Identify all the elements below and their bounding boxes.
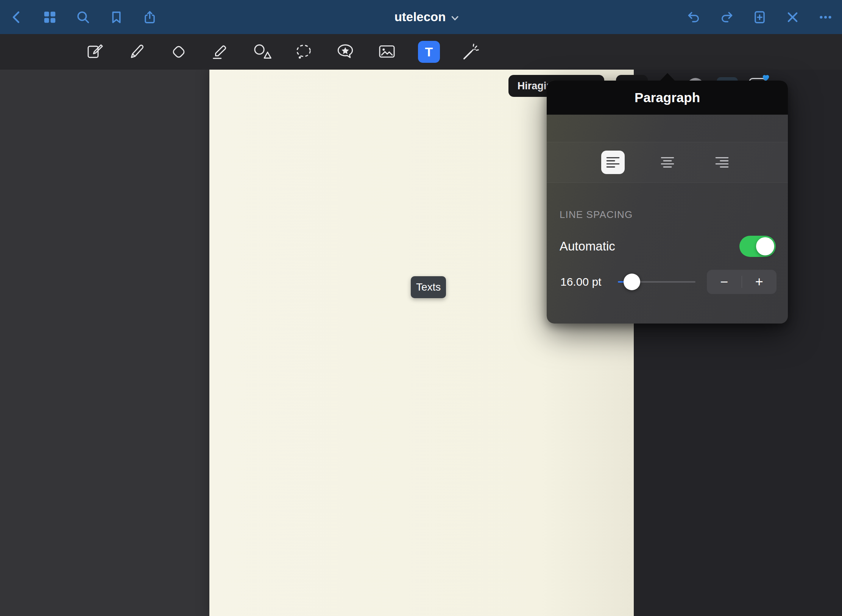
- selected-text-object[interactable]: Texts: [411, 276, 446, 298]
- close-button[interactable]: [785, 9, 800, 25]
- document-title-button[interactable]: utelecon: [394, 0, 459, 34]
- increase-button[interactable]: +: [742, 270, 777, 294]
- slider-knob[interactable]: [624, 274, 640, 290]
- sticker-star-icon: [335, 42, 355, 62]
- line-spacing-slider[interactable]: [618, 273, 695, 291]
- top-navigation-bar: utelecon: [0, 0, 842, 34]
- close-icon: [786, 10, 800, 24]
- text-tool-glyph: T: [425, 45, 433, 59]
- popover-header: Paragraph: [547, 81, 788, 115]
- text-tool-button[interactable]: T: [418, 41, 440, 63]
- highlighter-icon: [210, 42, 230, 62]
- shapes-tool-button[interactable]: [251, 41, 273, 62]
- chevron-down-icon: [451, 14, 459, 23]
- notebook-pen-icon: [86, 42, 105, 62]
- alignment-row: [547, 142, 788, 183]
- paragraph-popover: Paragraph LINE SPACING Automatic 16.00 p…: [547, 81, 788, 324]
- shapes-icon: [252, 42, 272, 62]
- redo-icon: [720, 10, 734, 24]
- page-thumbnails-button[interactable]: [42, 9, 57, 25]
- popover-title: Paragraph: [635, 90, 700, 105]
- line-spacing-section-label: LINE SPACING: [560, 207, 788, 222]
- image-icon: [377, 42, 397, 62]
- laser-pointer-icon: [461, 42, 481, 62]
- pen-icon: [127, 42, 147, 62]
- topbar-right-group: [686, 0, 833, 34]
- search-button[interactable]: [75, 9, 90, 25]
- decrease-button[interactable]: −: [707, 270, 742, 294]
- align-right-icon: [715, 156, 729, 168]
- eraser-tool-button[interactable]: [168, 41, 189, 62]
- popover-spacer: [547, 115, 788, 142]
- share-button[interactable]: [142, 9, 157, 25]
- back-button[interactable]: [9, 9, 24, 25]
- popover-arrow: [660, 73, 675, 81]
- more-button[interactable]: [818, 9, 833, 25]
- image-tool-button[interactable]: [376, 41, 398, 62]
- editing-toolbar: T HiraginoSans-... 16 T: [0, 34, 842, 70]
- undo-button[interactable]: [686, 9, 701, 25]
- notes-app-screen: utelecon: [0, 0, 842, 616]
- share-icon: [143, 10, 157, 24]
- bookmark-button[interactable]: [109, 9, 124, 25]
- document-title: utelecon: [394, 10, 446, 24]
- tool-group: T: [85, 34, 482, 70]
- elements-tool-button[interactable]: [335, 41, 356, 62]
- align-left-icon: [606, 156, 620, 168]
- notebook-pen-tool-button[interactable]: [85, 41, 106, 62]
- highlighter-tool-button[interactable]: [210, 41, 231, 62]
- align-center-icon: [661, 156, 674, 168]
- redo-button[interactable]: [719, 9, 734, 25]
- search-icon: [76, 10, 90, 24]
- pen-tool-button[interactable]: [126, 41, 148, 62]
- grid-icon: [43, 10, 57, 24]
- add-page-button[interactable]: [752, 9, 767, 25]
- align-right-option[interactable]: [710, 151, 734, 174]
- topbar-left-group: [9, 0, 157, 34]
- automatic-row: Automatic: [547, 229, 788, 264]
- automatic-toggle[interactable]: [739, 236, 776, 257]
- back-chevron-icon: [9, 10, 23, 24]
- laser-pointer-tool-button[interactable]: [460, 41, 482, 62]
- ellipsis-icon: [819, 10, 833, 24]
- line-spacing-value: 16.00 pt: [560, 275, 611, 288]
- align-left-option[interactable]: [601, 151, 625, 174]
- lasso-tool-button[interactable]: [293, 41, 314, 62]
- eraser-icon: [169, 42, 189, 62]
- line-spacing-value-row: 16.00 pt − +: [547, 264, 788, 300]
- automatic-label: Automatic: [560, 239, 615, 254]
- add-page-icon: [753, 10, 767, 24]
- line-spacing-stepper: − +: [707, 270, 777, 294]
- undo-icon: [687, 10, 701, 24]
- bookmark-icon: [109, 10, 123, 24]
- align-center-option[interactable]: [656, 151, 679, 174]
- lasso-icon: [294, 42, 313, 62]
- canvas-left-margin: [0, 70, 209, 616]
- toggle-knob: [756, 237, 774, 255]
